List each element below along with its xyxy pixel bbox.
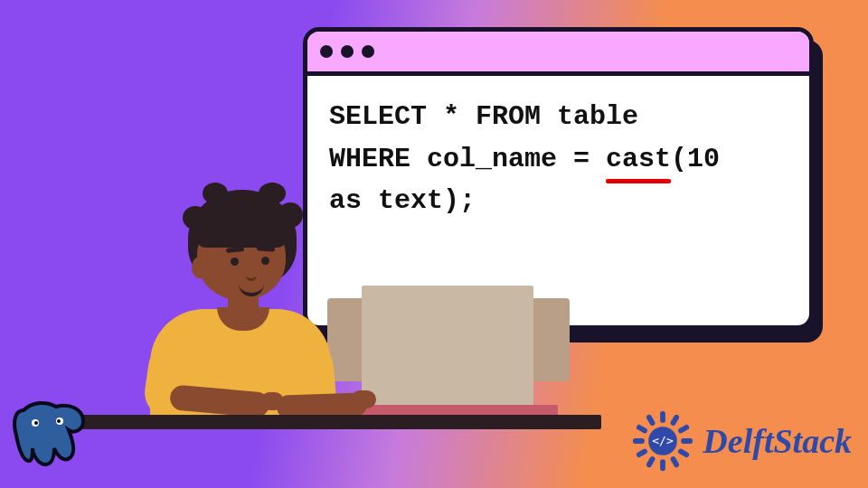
code-line-2b: (10 <box>671 144 720 174</box>
svg-rect-14 <box>633 438 645 444</box>
code-area: SELECT * FROM table WHERE col_name = cas… <box>307 76 809 240</box>
svg-rect-13 <box>636 448 648 458</box>
window-dot-icon <box>362 45 374 58</box>
svg-rect-10 <box>670 455 680 468</box>
person-illustration <box>105 190 376 425</box>
svg-rect-6 <box>670 414 680 427</box>
delftstack-badge-icon: </> <box>630 408 695 474</box>
svg-rect-12 <box>646 455 656 468</box>
svg-rect-11 <box>660 459 665 471</box>
svg-rect-5 <box>660 411 665 423</box>
code-window: SELECT * FROM table WHERE col_name = cas… <box>303 27 814 330</box>
code-line-1: SELECT * FROM table <box>329 101 638 132</box>
svg-rect-9 <box>677 448 690 458</box>
svg-point-3 <box>57 419 61 423</box>
svg-rect-8 <box>682 438 693 444</box>
window-title-bar <box>307 32 809 76</box>
svg-rect-15 <box>636 424 648 434</box>
svg-text:</>: </> <box>653 434 675 447</box>
delftstack-wordmark: DelftStack <box>703 421 852 461</box>
desk <box>59 415 601 429</box>
code-line-2a: WHERE col_name = <box>329 144 606 174</box>
window-dot-icon <box>320 45 333 58</box>
postgresql-logo-icon <box>5 390 96 484</box>
illustration-canvas: SELECT * FROM table WHERE col_name = cas… <box>0 0 868 488</box>
monitor-stand <box>362 286 533 418</box>
delftstack-logo: </> DelftStack <box>630 408 852 474</box>
svg-rect-7 <box>677 424 690 434</box>
code-cast-keyword: cast <box>606 138 671 181</box>
svg-point-1 <box>34 421 38 425</box>
svg-rect-16 <box>646 414 656 427</box>
window-dot-icon <box>341 45 354 58</box>
